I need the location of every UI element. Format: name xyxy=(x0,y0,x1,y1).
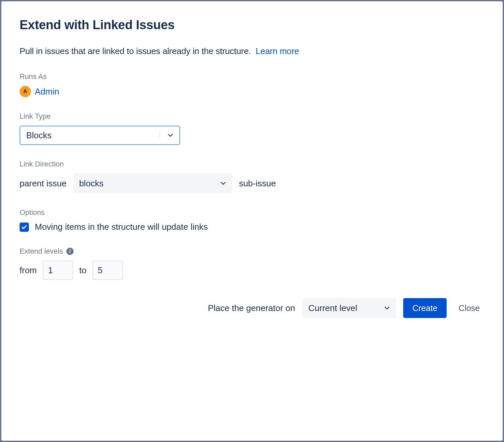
avatar: A xyxy=(20,86,31,97)
link-type-field: Link Type Blocks xyxy=(20,112,484,145)
link-type-select[interactable]: Blocks xyxy=(20,126,180,145)
dialog-description: Pull in issues that are linked to issues… xyxy=(20,46,484,56)
extend-levels-field: Extend levels i from to xyxy=(20,247,484,280)
runs-as-row: A Admin xyxy=(20,86,484,97)
link-direction-value: blocks xyxy=(79,178,214,189)
link-direction-field: Link Direction parent issue blocks sub-i… xyxy=(20,160,484,193)
extend-levels-label-text: Extend levels xyxy=(20,247,63,256)
close-button[interactable]: Close xyxy=(454,298,484,318)
info-icon[interactable]: i xyxy=(66,248,74,255)
runs-as-field: Runs As A Admin xyxy=(20,72,484,97)
update-links-checkbox-row[interactable]: Moving items in the structure will updat… xyxy=(20,222,484,232)
link-direction-right: sub-issue xyxy=(239,178,276,189)
placement-select[interactable]: Current level xyxy=(302,298,396,318)
from-label: from xyxy=(20,265,37,276)
extend-linked-issues-dialog: Extend with Linked Issues Pull in issues… xyxy=(1,1,503,441)
runs-as-label: Runs As xyxy=(20,72,484,81)
create-button[interactable]: Create xyxy=(403,298,447,318)
options-label: Options xyxy=(20,208,484,217)
select-arrow-zone xyxy=(161,131,179,139)
placement-value: Current level xyxy=(308,303,378,313)
update-links-checkbox-label: Moving items in the structure will updat… xyxy=(35,222,208,232)
select-arrow-zone xyxy=(378,304,396,312)
link-direction-row: parent issue blocks sub-issue xyxy=(20,173,484,193)
learn-more-link[interactable]: Learn more xyxy=(256,46,299,56)
link-direction-select[interactable]: blocks xyxy=(73,173,232,193)
select-divider xyxy=(159,131,160,140)
chevron-down-icon xyxy=(383,304,391,312)
chevron-down-icon xyxy=(166,131,174,139)
dialog-footer: Place the generator on Current level Cre… xyxy=(20,298,484,318)
dialog-title: Extend with Linked Issues xyxy=(20,18,484,32)
link-direction-left: parent issue xyxy=(20,178,67,189)
chevron-down-icon xyxy=(219,179,227,187)
link-type-label: Link Type xyxy=(20,112,484,121)
to-input[interactable] xyxy=(93,261,123,280)
link-type-value: Blocks xyxy=(26,130,159,141)
from-input[interactable] xyxy=(43,261,73,280)
check-icon xyxy=(21,224,27,230)
options-field: Options Moving items in the structure wi… xyxy=(20,208,484,232)
placement-label: Place the generator on xyxy=(208,303,295,313)
description-text: Pull in issues that are linked to issues… xyxy=(20,46,251,56)
extend-levels-row: from to xyxy=(20,261,484,280)
runs-as-user-link[interactable]: Admin xyxy=(35,87,59,97)
to-label: to xyxy=(79,265,87,276)
extend-levels-label: Extend levels i xyxy=(20,247,484,256)
link-direction-label: Link Direction xyxy=(20,160,484,168)
update-links-checkbox[interactable] xyxy=(20,222,29,232)
select-arrow-zone xyxy=(214,179,232,187)
